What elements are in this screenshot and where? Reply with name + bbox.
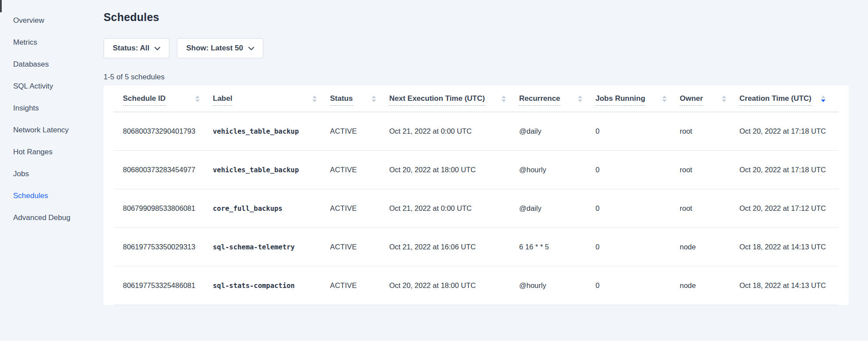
cell-recurrence: 6 16 * * 5 bbox=[519, 243, 595, 251]
cell-id: 806800373283454977 bbox=[123, 166, 213, 174]
column-header-recurrence[interactable]: Recurrence bbox=[519, 85, 595, 112]
cell-creation_time: Oct 20, 2022 at 17:18 UTC bbox=[739, 166, 839, 174]
cell-jobs_running: 0 bbox=[595, 166, 680, 174]
sidebar-item-schedules[interactable]: Schedules bbox=[0, 185, 82, 207]
cell-recurrence: @hourly bbox=[519, 281, 595, 290]
sort-icon bbox=[372, 96, 376, 102]
cell-jobs_running: 0 bbox=[595, 127, 680, 135]
cell-owner: node bbox=[680, 281, 739, 290]
cell-jobs_running: 0 bbox=[595, 281, 680, 290]
cell-owner: root bbox=[680, 166, 739, 174]
cell-next_execution: Oct 21, 2022 at 16:06 UTC bbox=[389, 243, 519, 251]
cell-owner: node bbox=[680, 243, 739, 251]
table-row[interactable]: 806800373283454977vehicles_table_backupA… bbox=[114, 151, 839, 189]
sidebar-item-advanced-debug[interactable]: Advanced Debug bbox=[0, 207, 82, 229]
sidebar-nav: OverviewMetricsDatabasesSQL ActivityInsi… bbox=[0, 10, 82, 229]
sort-icon bbox=[195, 96, 200, 102]
sort-icon bbox=[821, 96, 825, 102]
column-header-label: Jobs Running bbox=[595, 94, 645, 106]
column-header-label: Recurrence bbox=[519, 94, 560, 106]
cell-creation_time: Oct 20, 2022 at 17:12 UTC bbox=[739, 204, 839, 213]
page-title: Schedules bbox=[104, 11, 849, 24]
column-header-jobs_running[interactable]: Jobs Running bbox=[595, 85, 680, 112]
main-content: Schedules Status: All Show: Latest 50 1-… bbox=[82, 0, 868, 341]
cell-label: vehicles_table_backup bbox=[213, 128, 330, 135]
table-body: 806800373290401793vehicles_table_backupA… bbox=[114, 112, 839, 305]
sort-icon bbox=[502, 96, 506, 102]
table-header-row: Schedule IDLabelStatusNext Execution Tim… bbox=[114, 85, 839, 112]
cell-id: 806800373290401793 bbox=[123, 127, 213, 135]
cell-status: ACTIVE bbox=[330, 204, 389, 213]
schedules-table: Schedule IDLabelStatusNext Execution Tim… bbox=[114, 85, 839, 305]
cell-recurrence: @daily bbox=[519, 204, 595, 213]
column-header-label: Status bbox=[330, 94, 353, 106]
cell-label: sql-stats-compaction bbox=[213, 282, 330, 290]
show-filter-label: Show: Latest 50 bbox=[186, 44, 243, 53]
cell-jobs_running: 0 bbox=[595, 243, 680, 251]
cell-jobs_running: 0 bbox=[595, 204, 680, 213]
chevron-down-icon bbox=[154, 47, 160, 50]
cell-status: ACTIVE bbox=[330, 243, 389, 251]
cell-id: 806197753325486081 bbox=[123, 281, 213, 290]
column-header-label: Next Execution Time (UTC) bbox=[389, 94, 485, 106]
sort-icon bbox=[312, 96, 317, 102]
cell-label: vehicles_table_backup bbox=[213, 166, 330, 174]
status-filter-label: Status: All bbox=[113, 44, 149, 53]
schedules-table-card: Schedule IDLabelStatusNext Execution Tim… bbox=[104, 85, 849, 305]
column-header-label: Creation Time (UTC) bbox=[739, 94, 811, 106]
sort-icon bbox=[662, 96, 667, 102]
sidebar-item-databases[interactable]: Databases bbox=[0, 53, 82, 75]
sidebar: OverviewMetricsDatabasesSQL ActivityInsi… bbox=[0, 0, 82, 341]
cell-owner: root bbox=[680, 127, 739, 135]
cell-next_execution: Oct 21, 2022 at 0:00 UTC bbox=[389, 204, 519, 213]
cell-creation_time: Oct 18, 2022 at 14:13 UTC bbox=[739, 281, 839, 290]
cell-next_execution: Oct 20, 2022 at 18:00 UTC bbox=[389, 166, 519, 174]
column-header-owner[interactable]: Owner bbox=[680, 85, 739, 112]
status-filter-dropdown[interactable]: Status: All bbox=[104, 38, 169, 58]
column-header-creation_time[interactable]: Creation Time (UTC) bbox=[739, 85, 839, 112]
cell-id: 806799098533806081 bbox=[123, 204, 213, 213]
app-layout: OverviewMetricsDatabasesSQL ActivityInsi… bbox=[0, 0, 868, 341]
column-header-label: Label bbox=[213, 94, 232, 106]
sidebar-item-metrics[interactable]: Metrics bbox=[0, 32, 82, 53]
cell-id: 806197753350029313 bbox=[123, 243, 213, 251]
screen-edge-artifact bbox=[0, 0, 2, 12]
results-summary: 1-5 of 5 schedules bbox=[104, 73, 849, 82]
cell-status: ACTIVE bbox=[330, 166, 389, 174]
sidebar-item-overview[interactable]: Overview bbox=[0, 10, 82, 32]
cell-status: ACTIVE bbox=[330, 127, 389, 135]
cell-recurrence: @daily bbox=[519, 127, 595, 135]
table-row[interactable]: 806799098533806081core_full_backupsACTIV… bbox=[114, 189, 839, 228]
table-row[interactable]: 806800373290401793vehicles_table_backupA… bbox=[114, 112, 839, 151]
column-header-id[interactable]: Schedule ID bbox=[123, 85, 213, 112]
filter-bar: Status: All Show: Latest 50 bbox=[104, 38, 849, 58]
cell-label: sql-schema-telemetry bbox=[213, 243, 330, 251]
column-header-label: Owner bbox=[680, 94, 703, 106]
sort-icon bbox=[722, 96, 726, 102]
column-header-next_execution[interactable]: Next Execution Time (UTC) bbox=[389, 85, 519, 112]
cell-owner: root bbox=[680, 204, 739, 213]
cell-next_execution: Oct 20, 2022 at 18:00 UTC bbox=[389, 281, 519, 290]
table-row[interactable]: 806197753350029313sql-schema-telemetryAC… bbox=[114, 228, 839, 266]
cell-label: core_full_backups bbox=[213, 205, 330, 213]
cell-recurrence: @hourly bbox=[519, 166, 595, 174]
sidebar-item-hot-ranges[interactable]: Hot Ranges bbox=[0, 141, 82, 163]
column-header-label[interactable]: Label bbox=[213, 85, 330, 112]
sidebar-item-insights[interactable]: Insights bbox=[0, 97, 82, 119]
table-row[interactable]: 806197753325486081sql-stats-compactionAC… bbox=[114, 266, 839, 305]
sort-icon bbox=[578, 96, 582, 102]
sidebar-item-jobs[interactable]: Jobs bbox=[0, 163, 82, 185]
chevron-down-icon bbox=[248, 47, 254, 50]
cell-creation_time: Oct 18, 2022 at 14:13 UTC bbox=[739, 243, 839, 251]
cell-next_execution: Oct 21, 2022 at 0:00 UTC bbox=[389, 127, 519, 135]
show-filter-dropdown[interactable]: Show: Latest 50 bbox=[177, 38, 263, 58]
sidebar-item-sql-activity[interactable]: SQL Activity bbox=[0, 75, 82, 97]
cell-status: ACTIVE bbox=[330, 281, 389, 290]
column-header-label: Schedule ID bbox=[123, 94, 165, 106]
cell-creation_time: Oct 20, 2022 at 17:18 UTC bbox=[739, 127, 839, 135]
column-header-status[interactable]: Status bbox=[330, 85, 389, 112]
sidebar-item-network-latency[interactable]: Network Latency bbox=[0, 119, 82, 141]
